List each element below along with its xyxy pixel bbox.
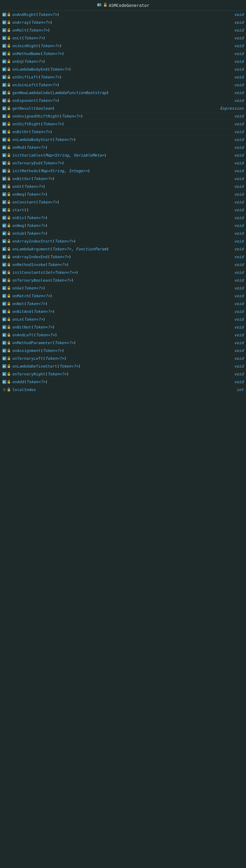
method-signature: onJoinLeft(Token<?>) bbox=[12, 83, 231, 87]
method-row-onNeg[interactable]: m onNeg(Token<?>) void bbox=[0, 222, 246, 229]
return-type: void bbox=[231, 52, 244, 56]
method-signature: start() bbox=[12, 208, 231, 212]
method-row-onAndRight[interactable]: m onAndRight(Token<?>) void bbox=[0, 11, 246, 19]
field-name: localIndex bbox=[12, 388, 234, 392]
method-icons: m bbox=[2, 247, 11, 251]
svg-rect-107 bbox=[8, 280, 10, 282]
svg-text:m: m bbox=[3, 224, 5, 227]
method-row-onBitNot[interactable]: m onBitNot(Token<?>) void bbox=[0, 323, 246, 331]
svg-text:m: m bbox=[3, 185, 5, 188]
svg-rect-20 bbox=[8, 54, 10, 56]
method-row-onTernaryEnd[interactable]: m onTernaryEnd(Token<?>) void bbox=[0, 159, 246, 167]
method-icons: m bbox=[2, 302, 11, 306]
return-type: void bbox=[231, 239, 244, 243]
method-row-onTernaryLeft[interactable]: m onTernaryLeft(Token<?>) void bbox=[0, 355, 246, 363]
method-row-getResult[interactable]: m getResult(boolean) Expression bbox=[0, 104, 246, 113]
svg-text:m: m bbox=[3, 201, 5, 204]
method-row-onMult[interactable]: m onMult(Token<?>) void bbox=[0, 26, 246, 34]
return-type: void bbox=[231, 200, 244, 205]
method-row-onAdd[interactable]: m onAdd(Token<?>) void bbox=[0, 378, 246, 386]
return-type: void bbox=[231, 254, 244, 259]
return-type: void bbox=[231, 192, 244, 196]
method-signature: onLe(Token<?>) bbox=[12, 317, 231, 321]
return-type: void bbox=[231, 122, 244, 126]
method-icons: m bbox=[2, 146, 11, 149]
return-type: void bbox=[231, 317, 244, 321]
svg-rect-134 bbox=[8, 350, 10, 352]
method-icons: m bbox=[2, 21, 11, 24]
method-row-onArrayIndexEnd[interactable]: m onArrayIndexEnd(Token<?>) void bbox=[0, 253, 246, 261]
method-row-onLambdaArgument[interactable]: m onLambdaArgument(Token<?>, FunctionPar… bbox=[0, 245, 246, 253]
method-row-onLambdaBodyStart[interactable]: m onLambdaBodyStart(Token<?>) void bbox=[0, 136, 246, 144]
method-row-onEq[interactable]: m onEq(Token<?>) void bbox=[0, 58, 246, 65]
svg-rect-119 bbox=[8, 311, 10, 313]
method-row-onLambdaBodyEnd[interactable]: m onLambdaBodyEnd(Token<?>) void bbox=[0, 65, 246, 73]
method-signature: initMethods(Map<String, Integer>) bbox=[12, 168, 231, 173]
method-row-onJoinLeft[interactable]: m onJoinLeft(Token<?>) void bbox=[0, 81, 246, 89]
svg-text:m: m bbox=[3, 279, 5, 282]
method-row-onArray[interactable]: m onArray(Token<?>) void bbox=[0, 19, 246, 26]
methods-list: m onAndRight(Token<?>) void m onArray(To… bbox=[0, 11, 246, 394]
method-row-onTernaryRight[interactable]: m onTernaryRight(Token<?>) void bbox=[0, 370, 246, 378]
method-icons: m bbox=[2, 153, 11, 157]
method-signature: onTernaryRight(Token<?>) bbox=[12, 372, 231, 376]
method-row-onTernaryBoolean[interactable]: m onTernaryBoolean(Token<?>) void bbox=[0, 277, 246, 284]
method-row-onShiftLeft[interactable]: m onShiftLeft(Token<?>) void bbox=[0, 73, 246, 81]
method-row-onMod[interactable]: m onMod(Token<?>) void bbox=[0, 144, 246, 152]
method-row-onMethodParameter[interactable]: m onMethodParameter(Token<?>) void bbox=[0, 339, 246, 347]
method-signature: onEq(Token<?>) bbox=[12, 59, 231, 64]
method-row-onBitXor[interactable]: m onBitXor(Token<?>) void bbox=[0, 175, 246, 183]
method-signature: onMethodParameter(Token<?>) bbox=[12, 341, 231, 345]
method-row-onMethodInvoke[interactable]: m onMethodInvoke(Token<?>) void bbox=[0, 261, 246, 269]
return-type: void bbox=[231, 129, 244, 134]
method-icons: m bbox=[2, 224, 11, 227]
method-row-initVariables[interactable]: m initVariables(Map<String, VariableMeta… bbox=[0, 152, 246, 159]
method-row-onSub[interactable]: m onSub(Token<?>) void bbox=[0, 229, 246, 238]
return-type: void bbox=[231, 325, 244, 330]
return-type: void bbox=[231, 43, 244, 48]
return-type: void bbox=[231, 67, 244, 71]
method-row-onBitAnd[interactable]: m onBitAnd(Token<?>) void bbox=[0, 308, 246, 316]
method-row-onUnsignedShiftRight[interactable]: m onUnsignedShiftRight(Token<?>) void bbox=[0, 113, 246, 120]
method-row-onAndLeft[interactable]: m onAndLeft(Token<?>) void bbox=[0, 331, 246, 339]
method-row-start[interactable]: m start() void bbox=[0, 206, 246, 214]
method-row-onNeq[interactable]: m onNeq(Token<?>) void bbox=[0, 191, 246, 198]
return-type: void bbox=[231, 184, 244, 189]
svg-rect-137 bbox=[8, 358, 10, 360]
method-row-onMethodName[interactable]: m onMethodName(Token<?>) void bbox=[0, 50, 246, 58]
method-row-onLt[interactable]: m onLt(Token<?>) void bbox=[0, 34, 246, 42]
method-row-onExponent[interactable]: m onExponent(Token<?>) void bbox=[0, 97, 246, 104]
svg-text:m: m bbox=[3, 154, 5, 157]
method-row-onShiftRight[interactable]: m onShiftRight(Token<?>) void bbox=[0, 120, 246, 128]
method-row-onDiv[interactable]: m onDiv(Token<?>) void bbox=[0, 214, 246, 222]
method-row-initMethods[interactable]: m initMethods(Map<String, Integer>) void bbox=[0, 167, 246, 175]
svg-rect-26 bbox=[8, 69, 10, 71]
method-icons: m bbox=[2, 60, 11, 63]
method-row-onConstant[interactable]: m onConstant(Token<?>) void bbox=[0, 198, 246, 206]
method-row-onAssignment[interactable]: m onAssignment(Token<?>) void bbox=[0, 347, 246, 355]
method-row-onNot[interactable]: m onNot(Token<?>) void bbox=[0, 300, 246, 308]
svg-rect-140 bbox=[8, 366, 10, 368]
method-row-initConstants[interactable]: m initConstants(Set<Token<?>>) void bbox=[0, 269, 246, 277]
method-icons: m bbox=[2, 75, 11, 79]
method-row-onGe[interactable]: m onGe(Token<?>) void bbox=[0, 284, 246, 292]
method-icons: m bbox=[2, 122, 11, 126]
method-row-onLe[interactable]: m onLe(Token<?>) void bbox=[0, 316, 246, 323]
method-signature: onMatch(Token<?>) bbox=[12, 293, 231, 298]
method-row-onJoinRight[interactable]: m onJoinRight(Token<?>) void bbox=[0, 42, 246, 50]
method-icons: m bbox=[2, 364, 11, 368]
return-type: void bbox=[231, 98, 244, 103]
method-row-onMatch[interactable]: m onMatch(Token<?>) void bbox=[0, 292, 246, 300]
return-type: void bbox=[231, 341, 244, 345]
method-row-onArrayIndexStart[interactable]: m onArrayIndexStart(Token<?>) void bbox=[0, 238, 246, 245]
method-row-onGt[interactable]: m onGt(Token<?>) void bbox=[0, 183, 246, 191]
return-type: void bbox=[231, 380, 244, 384]
svg-rect-146 bbox=[8, 382, 10, 384]
field-row-localIndex[interactable]: localIndex int bbox=[0, 386, 246, 394]
method-icons: m bbox=[2, 99, 11, 102]
method-icons: m bbox=[2, 356, 11, 360]
method-row-genNewLambdaCode[interactable]: m genNewLambdaCode(LambdaFunctionBootstr… bbox=[0, 89, 246, 97]
method-row-onLambdaDefineStart[interactable]: m onLambdaDefineStart(Token<?>) void bbox=[0, 363, 246, 370]
return-type: void bbox=[231, 145, 244, 150]
method-row-onBitOr[interactable]: m onBitOr(Token<?>) void bbox=[0, 128, 246, 136]
